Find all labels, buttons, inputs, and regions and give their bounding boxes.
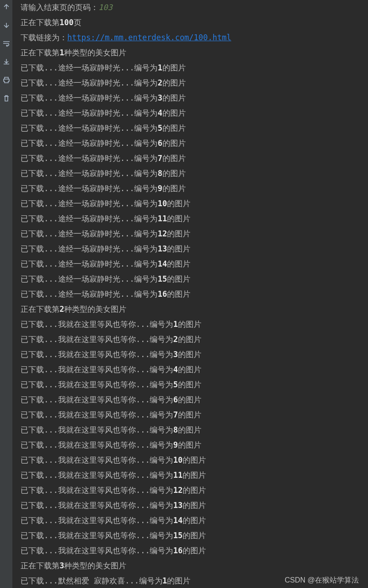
download-item-line: 已下载...我就在这里等风也等你...编号为7的图片 [21,407,368,422]
watermark: CSDN @在猴站学算法 [285,576,359,585]
download-item-line: 已下载...我就在这里等风也等你...编号为8的图片 [21,422,368,438]
download-item-line: 已下载...途经一场寂静时光...编号为2的图片 [21,75,368,91]
arrow-down-icon[interactable] [2,21,11,31]
download-item-line: 已下载...我就在这里等风也等你...编号为16的图片 [21,543,368,558]
console-sidebar [0,0,12,588]
download-link[interactable]: https://m.mm.enterdesk.com/100.html [67,33,231,42]
download-item-line: 已下载...途经一场寂静时光...编号为7的图片 [21,151,368,166]
download-item-line: 已下载...我就在这里等风也等你...编号为13的图片 [21,498,368,513]
delete-icon[interactable] [2,94,11,104]
download-item-line: 已下载...途经一场寂静时光...编号为15的图片 [21,272,368,287]
download-item-line: 已下载...途经一场寂静时光...编号为6的图片 [21,136,368,151]
print-icon[interactable] [2,76,11,86]
download-item-line: 已下载...我就在这里等风也等你...编号为1的图片 [21,317,368,332]
download-item-line: 已下载...我就在这里等风也等你...编号为2的图片 [21,332,368,347]
download-item-line: 已下载...我就在这里等风也等你...编号为12的图片 [21,483,368,498]
download-item-line: 已下载...途经一场寂静时光...编号为12的图片 [21,226,368,241]
type-heading-line: 正在下载第1种类型的美女图片 [21,45,368,60]
download-item-line: 已下载...途经一场寂静时光...编号为9的图片 [21,181,368,196]
download-item-line: 已下载...我就在这里等风也等你...编号为14的图片 [21,513,368,528]
download-item-line: 已下载...我就在这里等风也等你...编号为11的图片 [21,468,368,483]
arrow-up-icon[interactable] [2,3,11,13]
download-item-line: 已下载...我就在这里等风也等你...编号为10的图片 [21,453,368,468]
download-item-line: 已下载...途经一场寂静时光...编号为8的图片 [21,166,368,181]
download-item-line: 已下载...途经一场寂静时光...编号为10的图片 [21,196,368,211]
download-item-line: 已下载...我就在这里等风也等你...编号为6的图片 [21,392,368,407]
type-heading-line: 正在下载第2种类型的美女图片 [21,302,368,317]
input-prompt-line: 请输入结束页的页码：103 [21,0,368,15]
download-item-line: 已下载...我就在这里等风也等你...编号为9的图片 [21,438,368,453]
status-page-line: 正在下载第100页 [21,15,368,30]
download-item-line: 已下载...途经一场寂静时光...编号为1的图片 [21,60,368,75]
download-item-line: 已下载...途经一场寂静时光...编号为11的图片 [21,211,368,226]
download-item-line: 已下载...我就在这里等风也等你...编号为4的图片 [21,362,368,377]
download-item-line: 已下载...我就在这里等风也等你...编号为15的图片 [21,528,368,543]
download-item-line: 已下载...途经一场寂静时光...编号为5的图片 [21,121,368,136]
type-heading-line: 正在下载第3种类型的美女图片 [21,558,368,573]
download-item-line: 已下载...我就在这里等风也等你...编号为3的图片 [21,347,368,362]
download-item-line: 已下载...途经一场寂静时光...编号为13的图片 [21,241,368,257]
download-item-line: 已下载...途经一场寂静时光...编号为4的图片 [21,106,368,121]
download-item-line: 已下载...我就在这里等风也等你...编号为5的图片 [21,377,368,392]
console-output[interactable]: 请输入结束页的页码：103正在下载第100页下载链接为：https://m.mm… [12,0,368,588]
download-link-line: 下载链接为：https://m.mm.enterdesk.com/100.htm… [21,30,368,45]
download-item-line: 已下载...途经一场寂静时光...编号为16的图片 [21,287,368,302]
download-item-line: 已下载...途经一场寂静时光...编号为14的图片 [21,257,368,272]
wrap-icon[interactable] [2,39,11,49]
download-item-line: 已下载...途经一场寂静时光...编号为3的图片 [21,91,368,106]
download-icon[interactable] [2,58,11,68]
